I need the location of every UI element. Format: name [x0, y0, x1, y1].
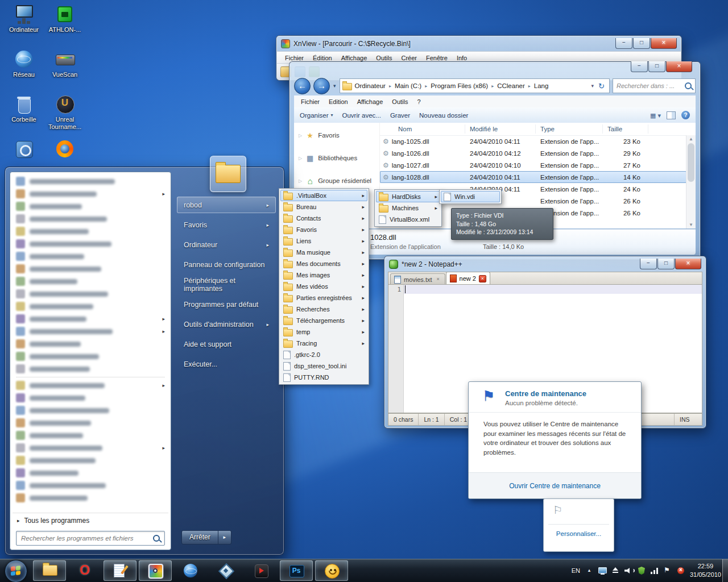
start-item-programmes-par-d-faut[interactable]: Programmes par défaut — [177, 296, 276, 313]
start-item-outils-d-administration[interactable]: Outils d'administration▸ — [177, 316, 276, 332]
start-item-favoris[interactable]: Favoris▸ — [177, 217, 276, 233]
menu-item-recherches[interactable]: Recherches▸ — [280, 304, 367, 315]
menu-item-dsp-stereo-tool-ini[interactable]: dsp_stereo_tool.ini — [280, 360, 367, 372]
scroll-up-icon[interactable]: ▲ — [686, 136, 696, 142]
desktop-icon-r-seau[interactable]: Réseau — [3, 47, 44, 92]
menu-item-putty-rnd[interactable]: PUTTY.RND — [280, 372, 367, 383]
menu-item-mes-vid-os[interactable]: Mes vidéos▸ — [280, 281, 367, 292]
menu-item-favoris[interactable]: Favoris▸ — [280, 224, 367, 235]
notepad-titlebar[interactable]: *new 2 - Notepad++ — [384, 256, 706, 272]
start-program-item[interactable]: ▸ — [10, 188, 171, 200]
start-search-box[interactable]: Rechercher les programmes et fichiers — [16, 531, 165, 546]
close-button[interactable] — [651, 38, 677, 49]
desktop-icon-athlon[interactable]: ATHLON-... — [44, 2, 85, 47]
menu-item-tracing[interactable]: Tracing▸ — [280, 338, 367, 349]
taskbar-web-browser[interactable] — [174, 560, 207, 581]
breadcrumb-ccleaner[interactable]: CCleaner — [494, 81, 528, 90]
menu-item-bureau[interactable]: Bureau▸ — [280, 201, 367, 213]
clock[interactable]: 22:59 31/05/2010 — [690, 562, 721, 579]
toolbar-organiser[interactable]: Organiser▾ — [300, 112, 333, 119]
start-program-item[interactable] — [10, 288, 171, 300]
explorer-menu-fichier[interactable]: Fichier — [296, 97, 324, 107]
start-item-panneau-de-configuration[interactable]: Panneau de configuration — [177, 256, 276, 273]
start-program-item[interactable] — [10, 175, 171, 188]
menu-item-virtualbox[interactable]: .VirtualBox▸ — [280, 190, 367, 201]
sidebar-item-biblioth-ques[interactable]: ▷▦Bibliothèques — [294, 151, 379, 165]
scrollbar-thumb[interactable] — [688, 143, 694, 182]
recent-pages-chevron-icon[interactable]: ▾ — [333, 83, 337, 89]
menu-item-win-vdi[interactable]: Win.vdi — [441, 191, 500, 202]
volume-icon[interactable] — [624, 566, 633, 575]
start-item-p-riph-riques-et-imprimantes[interactable]: Périphériques et imprimantes — [177, 276, 276, 293]
taskbar-media-player[interactable] — [245, 560, 278, 581]
menu-item-harddisks[interactable]: HardDisks▸ — [376, 191, 440, 202]
start-program-item[interactable]: ▸ — [10, 379, 171, 392]
menu-item-machines[interactable]: Machines▸ — [376, 202, 440, 214]
start-button[interactable] — [5, 560, 27, 582]
taskbar-photoshop[interactable] — [280, 560, 313, 581]
xnview-titlebar[interactable]: XnView - [Parcourir - C:\$Recycle.Bin\] — [276, 36, 681, 51]
show-desktop-button[interactable] — [722, 559, 728, 582]
all-programs-button[interactable]: ▸ Tous les programmes — [13, 513, 168, 528]
tab-movies-txt[interactable]: movies.txt× — [390, 273, 445, 285]
safely-remove-icon[interactable] — [611, 566, 620, 575]
start-program-item[interactable] — [10, 417, 171, 429]
customize-link[interactable]: Personnaliser... — [544, 530, 614, 537]
breadcrumb-main-c[interactable]: Main (C:) — [392, 81, 424, 90]
close-tab-icon[interactable]: × — [435, 276, 441, 282]
minimize-button[interactable] — [640, 259, 657, 269]
menu-item-virtualbox-xml[interactable]: VirtualBox.xml — [376, 214, 440, 225]
start-program-item[interactable] — [10, 479, 171, 492]
start-program-item[interactable] — [10, 467, 171, 479]
close-button[interactable] — [666, 61, 692, 72]
menu-item-parties-enregistr-es[interactable]: Parties enregistrées▸ — [280, 292, 367, 304]
start-program-item[interactable] — [10, 275, 171, 288]
desktop-icon-corbeille[interactable]: Corbeille — [3, 92, 44, 137]
file-row[interactable]: ⚙lang-1025.dll24/04/2010 04:11Extension … — [380, 135, 686, 147]
sidebar-item-groupe-r-sidentiel[interactable]: ▷⌂Groupe résidentiel — [294, 174, 379, 188]
start-item-ordinateur[interactable]: Ordinateur▸ — [177, 236, 276, 253]
column-header-modifi-le[interactable]: Modifié le — [465, 124, 536, 134]
search-box[interactable]: Rechercher dans : ... — [613, 78, 696, 93]
start-program-item[interactable]: ▸ — [10, 442, 171, 454]
desktop-icon-vuescan[interactable]: VueScan — [44, 47, 85, 92]
menu-item-gtkrc-2-0[interactable]: .gtkrc-2.0 — [280, 349, 367, 360]
breadcrumb-lang[interactable]: Lang — [531, 81, 552, 90]
start-program-item[interactable]: ▸ — [10, 313, 171, 325]
taskbar-text-editor[interactable] — [104, 560, 136, 581]
preview-pane-button[interactable] — [667, 111, 676, 119]
sidebar-item-favoris[interactable]: ▷★Favoris — [294, 128, 379, 142]
file-row[interactable]: ⚙lang-1028.dll24/04/2010 04:11Extension … — [380, 171, 686, 183]
network-icon[interactable] — [650, 566, 659, 575]
hidden-icons-icon[interactable] — [585, 566, 594, 575]
help-button[interactable] — [681, 111, 690, 119]
start-program-item[interactable] — [10, 429, 171, 442]
explorer-menu-affichage[interactable]: Affichage — [353, 97, 388, 107]
forward-button[interactable] — [313, 78, 330, 94]
minimize-button[interactable] — [615, 38, 632, 49]
menu-item-temp[interactable]: temp▸ — [280, 326, 367, 338]
back-button[interactable] — [294, 78, 311, 94]
refresh-icon[interactable] — [596, 82, 607, 90]
desktop-icon-ordinateur[interactable]: Ordinateur — [3, 2, 44, 47]
language-indicator[interactable]: EN — [572, 567, 580, 574]
views-button[interactable] — [650, 111, 661, 119]
start-item-aide-et-support[interactable]: Aide et support — [177, 336, 276, 352]
tab-new-2[interactable]: new 2× — [446, 272, 490, 285]
toolbar-ouvrir-avec[interactable]: Ouvrir avec... — [342, 112, 381, 119]
taskbar-explorer[interactable] — [33, 560, 66, 581]
start-program-item[interactable] — [10, 225, 171, 238]
close-button[interactable] — [675, 259, 701, 269]
taskbar-xnview[interactable] — [139, 560, 172, 581]
file-row[interactable]: ⚙lang-1027.dll24/04/2010 04:10Extension … — [380, 159, 686, 171]
start-item-ex-cuter[interactable]: Exécuter... — [177, 356, 276, 372]
start-program-item[interactable] — [10, 238, 171, 250]
start-program-item[interactable] — [10, 492, 171, 504]
menu-item-ma-musique[interactable]: Ma musique▸ — [280, 247, 367, 258]
start-program-item[interactable]: ▸ — [10, 325, 171, 338]
open-action-center-link[interactable]: Ouvrir Centre de maintenance — [469, 482, 641, 490]
explorer-menu-outils[interactable]: Outils — [387, 97, 412, 107]
menu-item-contacts[interactable]: Contacts▸ — [280, 213, 367, 224]
column-header-nom[interactable]: Nom — [380, 124, 465, 134]
breadcrumb-program-files-x86[interactable]: Program Files (x86) — [428, 81, 491, 90]
